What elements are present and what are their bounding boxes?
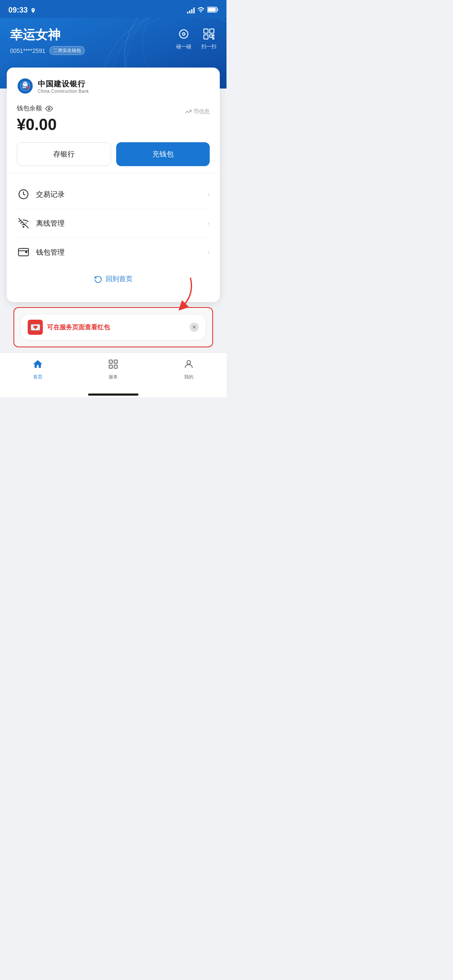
recharge-button[interactable]: 充钱包 [116,142,210,166]
account-number: 0051****2591 [10,47,45,54]
save-bank-button[interactable]: 存银行 [17,142,111,166]
red-packet-container: 💌 可在服务页面查看红包 ✕ [13,307,213,347]
svg-rect-9 [213,35,214,36]
balance-info: 钱包余额 ¥0.00 币信息 [17,104,210,134]
status-bar: 09:33 [0,0,226,18]
svg-point-3 [180,30,188,38]
red-packet-section: 💌 可在服务页面查看红包 ✕ [7,307,220,347]
offline-icon [17,216,30,230]
menu-list: 交易记录 › 离线管理 › [17,180,210,266]
svg-point-17 [23,227,24,227]
offline-chevron: › [208,219,210,227]
user-account: 0051****2591 二类实名钱包 [10,46,85,55]
svg-rect-22 [114,360,117,363]
status-time: 09:33 [8,6,36,15]
mine-nav-icon [183,359,194,372]
transaction-icon [17,188,30,201]
scan-button[interactable]: 扫一扫 [201,26,216,50]
svg-rect-1 [217,8,218,11]
mine-nav-label: 我的 [184,374,193,380]
header-top: 幸运女神 0051****2591 二类实名钱包 碰一碰 [10,26,216,55]
coin-info[interactable]: 币信息 [185,104,210,115]
svg-point-14 [48,107,50,109]
transaction-label: 交易记录 [36,190,208,199]
scan-icon [201,26,216,42]
wallet-icon [17,245,30,259]
divider [7,173,220,173]
bank-logo [17,78,34,94]
menu-item-offline[interactable]: 离线管理 › [17,209,210,238]
home-indicator [0,390,226,397]
bump-label: 碰一碰 [176,43,191,50]
svg-rect-21 [109,360,112,363]
red-packet-close-button[interactable]: ✕ [190,323,199,332]
trend-icon [185,108,192,115]
eye-icon[interactable] [45,105,53,112]
svg-rect-6 [210,29,214,33]
transaction-chevron: › [208,190,210,198]
bank-name-cn: 中国建设银行 [38,79,89,89]
service-nav-label: 服务 [109,374,118,380]
header-actions: 碰一碰 扫一扫 [176,26,216,50]
bump-button[interactable]: 碰一碰 [176,26,191,50]
svg-rect-7 [204,35,208,39]
red-packet-text: 可在服务页面查看红包 [47,323,185,331]
svg-rect-2 [208,8,216,12]
menu-item-wallet[interactable]: 钱包管理 › [17,238,210,266]
svg-rect-8 [210,35,212,37]
user-name: 幸运女神 [10,26,85,44]
bank-name-en: China Construction Bank [38,89,89,94]
svg-point-4 [182,33,185,35]
return-home-label: 回到首页 [106,275,133,284]
svg-point-12 [27,86,29,89]
bank-name-block: 中国建设银行 China Construction Bank [38,79,89,94]
wallet-label: 钱包管理 [36,248,208,257]
nav-item-service[interactable]: 服务 [99,357,127,382]
return-home-button[interactable]: 回到首页 [17,266,210,292]
svg-rect-24 [114,365,117,368]
bottom-nav: 首页 服务 我的 [0,352,226,390]
wallet-chevron: › [208,248,210,256]
svg-point-19 [26,251,27,253]
svg-rect-10 [213,38,214,39]
menu-item-transaction[interactable]: 交易记录 › [17,180,210,209]
account-badge: 二类实名钱包 [49,46,85,55]
svg-rect-5 [204,29,208,33]
user-info: 幸运女神 0051****2591 二类实名钱包 [10,26,85,55]
balance-section: 钱包余额 ¥0.00 币信息 [17,104,210,134]
svg-rect-23 [109,365,112,368]
balance-amount: ¥0.00 [17,116,57,134]
signal-icon [187,8,195,13]
home-nav-label: 首页 [33,374,42,380]
nav-item-mine[interactable]: 我的 [175,357,203,382]
action-buttons: 存银行 充钱包 [17,142,210,166]
offline-label: 离线管理 [36,219,208,228]
battery-icon [207,7,218,14]
return-home-icon [94,275,102,284]
scan-label: 扫一扫 [201,43,216,50]
home-nav-icon [32,359,43,372]
red-packet-banner: 💌 可在服务页面查看红包 ✕ [21,315,206,340]
home-bar [88,394,138,396]
red-packet-icon: 💌 [28,320,43,335]
main-content: 中国建设银行 China Construction Bank 钱包余额 ¥0.0… [7,68,220,347]
bank-card: 中国建设银行 China Construction Bank 钱包余额 ¥0.0… [7,68,220,302]
bank-header: 中国建设银行 China Construction Bank [17,78,210,94]
location-icon [30,8,36,13]
balance-label: 钱包余额 [17,104,57,112]
bump-icon [176,26,191,42]
status-icons [187,7,218,14]
wifi-icon [197,7,205,14]
service-nav-icon [108,359,119,372]
svg-point-25 [187,360,191,364]
nav-item-home[interactable]: 首页 [24,357,52,382]
